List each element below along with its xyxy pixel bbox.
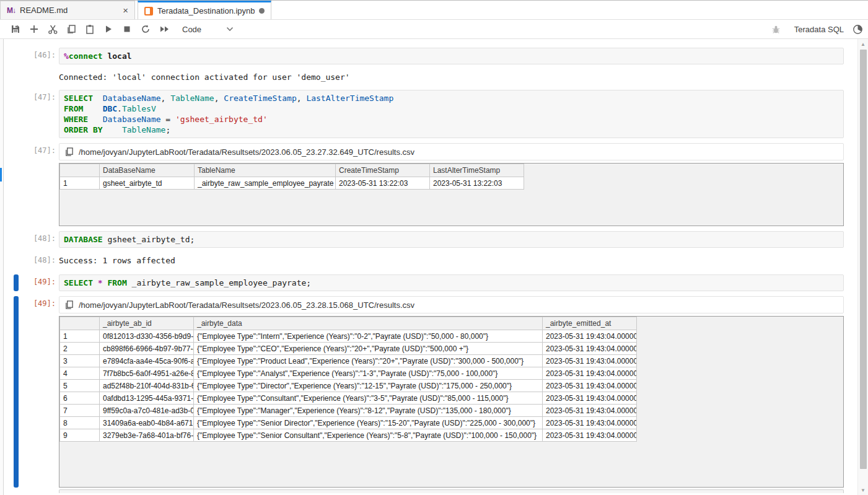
partial-cell-input[interactable] [59, 489, 844, 493]
code-token: SELECT [64, 94, 93, 103]
code-editor[interactable]: SELECT DatabaseName, TableName, CreateTi… [59, 90, 844, 138]
table-cell: 2023-05-31 13:22:03 [430, 177, 524, 190]
table-cell: e7894cfa-aa4e-45ca-90f6-a [100, 355, 194, 367]
code-token: ORDER BY [64, 125, 103, 134]
code-token [83, 104, 102, 113]
table-cell: {"Employee Type":"Analyst","Experience (… [194, 367, 543, 380]
scroll-down-arrow-icon[interactable]: ▼ [858, 485, 868, 495]
cell-collapser[interactable] [14, 253, 19, 266]
copy-path-icon[interactable] [64, 147, 74, 157]
table-cell: 1 [60, 177, 100, 190]
table-cell: 9 [60, 429, 100, 442]
code-token: % [64, 51, 69, 61]
table-cell: 5 [60, 380, 100, 392]
code-line: ORDER BY TableName; [64, 125, 839, 135]
code-token: , [161, 94, 171, 103]
code-token: . [117, 104, 122, 113]
table-header-row: _airbyte_ab_id_airbyte_data_airbyte_emit… [60, 317, 637, 330]
cell-type-value: Code [182, 25, 201, 34]
cell-type-dropdown[interactable]: Code [178, 24, 237, 35]
table-cell: 2023-05-31 19:43:04.00000 [543, 392, 637, 405]
table-cell: _airbyte_raw_sample_employee_payrate [195, 177, 336, 190]
code-token: * [98, 278, 103, 287]
cell-collapser[interactable] [14, 143, 19, 226]
restart-run-all-button[interactable] [155, 21, 173, 37]
tab-bar: M↓ README.md × Teradata_Destination.ipyn… [0, 1, 868, 20]
table-cell: {"Employee Type":"Manager","Experience (… [194, 405, 543, 417]
cell-collapser[interactable] [14, 69, 19, 82]
table-cell: {"Employee Type":"Senior Consultant","Ex… [194, 429, 543, 442]
cell-content: %connect local [59, 48, 844, 64]
cell-collapser[interactable] [14, 489, 19, 493]
table-cell: 2023-05-31 19:43:04.00000 [543, 380, 637, 392]
tab-teradata-destination[interactable]: Teradata_Destination.ipynb [138, 1, 271, 19]
cut-cells-button[interactable] [43, 21, 62, 37]
cell-content: Connected: 'local' connection activated … [59, 69, 844, 82]
table-cell: 9ff59c0a-a7c0-481e-ad3b-0 [100, 405, 194, 417]
scroll-up-arrow-icon[interactable]: ▲ [858, 39, 868, 50]
tab-readme[interactable]: M↓ README.md × [0, 1, 135, 19]
interrupt-kernel-button[interactable] [118, 21, 136, 37]
execution-prompt: [47]: [19, 143, 59, 226]
debugger-bug-icon[interactable] [767, 21, 786, 37]
table-cell: 4 [60, 367, 100, 380]
unsaved-dot-icon[interactable] [259, 8, 265, 14]
table-cell: 3 [60, 355, 100, 367]
column-header: DataBaseName [100, 164, 195, 177]
code-line: FROM DBC.TablesV [64, 103, 839, 114]
table-cell: 2023-05-31 19:43:04.00000 [543, 367, 637, 380]
kernel-status-icon [853, 24, 863, 35]
code-token [88, 115, 102, 124]
table-cell: 2023-05-31 19:43:04.00000 [543, 330, 637, 343]
scrollbar-thumb[interactable] [860, 50, 867, 469]
column-header [60, 164, 100, 177]
table-row: 5ad52f48b-210f-404d-831b-6{"Employee Typ… [60, 380, 637, 392]
cell-collapser[interactable] [14, 231, 19, 248]
cell-collapser[interactable] [14, 296, 19, 488]
table-cell: 6 [60, 392, 100, 405]
cell-content: DATABASE gsheet_airbyte_td; [59, 231, 844, 248]
table-cell: 2023-05-31 19:43:04.00000 [543, 429, 637, 442]
output-text: Connected: 'local' connection activated … [59, 69, 844, 82]
table-row: 831409a6a-eab0-4b84-a671-4{"Employee Typ… [60, 417, 637, 429]
jupyterlab-window: M↓ README.md × Teradata_Destination.ipyn… [0, 0, 868, 495]
cell-collapser[interactable] [14, 48, 19, 64]
cell-output-row: Connected: 'local' connection activated … [4, 69, 857, 82]
cell-content [59, 489, 844, 493]
vertical-scrollbar[interactable]: ▲ ▼ [857, 39, 868, 495]
cell-collapser[interactable] [14, 274, 19, 291]
code-token: FROM [64, 104, 83, 113]
code-editor[interactable]: SELECT * FROM _airbyte_raw_sample_employ… [59, 274, 844, 291]
restart-kernel-button[interactable] [136, 21, 155, 37]
table-cell: 2023-05-31 19:43:04.00000 [543, 355, 637, 367]
chevron-down-icon [226, 27, 234, 32]
code-editor[interactable]: DATABASE gsheet_airbyte_td; [59, 231, 844, 248]
partial-next-cell-row [4, 489, 857, 493]
copy-cells-button[interactable] [62, 21, 81, 37]
execution-prompt: [49]: [19, 274, 59, 291]
column-header: LastAlterTimeStamp [430, 164, 524, 177]
table-cell: gsheet_airbyte_td [100, 177, 195, 190]
execution-prompt [19, 69, 59, 82]
close-icon[interactable]: × [123, 6, 128, 15]
resultset-path-row: /home/jovyan/JupyterLabRoot/Teradata/Res… [59, 296, 844, 313]
table-cell: {"Employee Type":"Product Lead","Experie… [194, 355, 543, 367]
cell-collapser[interactable] [14, 90, 19, 138]
kernel-name[interactable]: Teradata SQL [794, 25, 844, 34]
insert-cell-button[interactable] [25, 21, 43, 37]
notebook-toolbar: Code Teradata SQL [0, 20, 868, 39]
resultset-path: /home/jovyan/JupyterLabRoot/Teradata/Res… [79, 300, 414, 310]
code-token [93, 94, 103, 103]
save-button[interactable] [6, 21, 25, 37]
notebook-panel: [46]:%connect localConnected: 'local' co… [4, 39, 857, 495]
cell-content: SELECT * FROM _airbyte_raw_sample_employ… [59, 274, 844, 291]
code-token: 'gsheet_airbyte_td' [175, 115, 268, 124]
copy-path-icon[interactable] [64, 300, 74, 310]
code-editor[interactable]: %connect local [59, 48, 844, 64]
paste-cells-button[interactable] [81, 21, 99, 37]
cell-content: Success: 1 rows affected [59, 253, 844, 266]
code-line: WHERE DatabaseName = 'gsheet_airbyte_td' [64, 114, 839, 125]
code-token: gsheet_airbyte_td; [103, 235, 195, 244]
run-cell-button[interactable] [99, 21, 118, 37]
table-cell: {"Employee Type":"Senior Director","Expe… [194, 417, 543, 429]
